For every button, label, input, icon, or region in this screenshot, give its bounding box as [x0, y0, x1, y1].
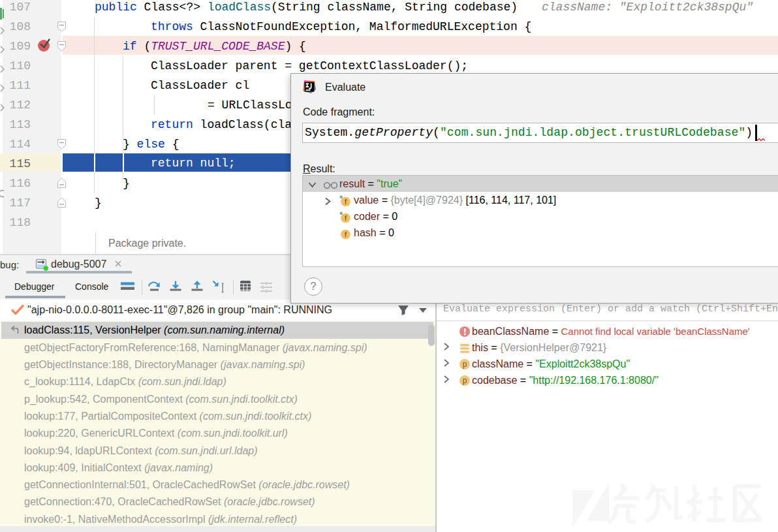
- svg-text:p: p: [463, 376, 467, 385]
- svg-text:p: p: [463, 360, 467, 369]
